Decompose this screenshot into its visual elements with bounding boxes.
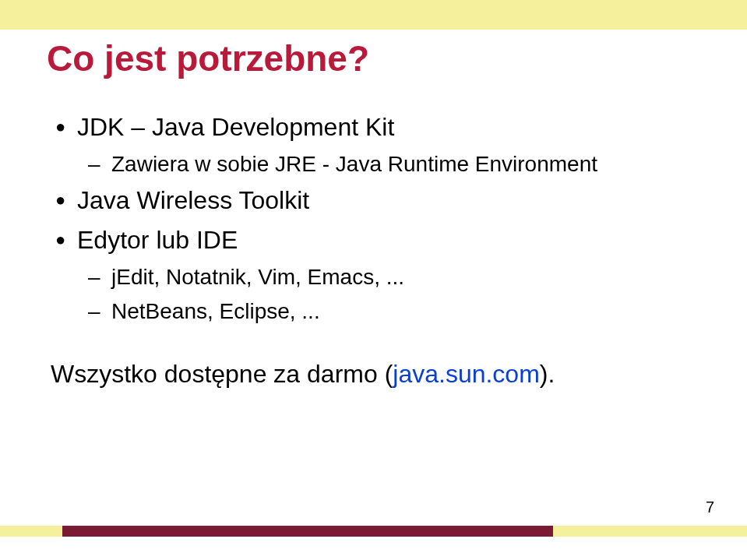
subbullet-editors: jEdit, Notatnik, Vim, Emacs, ...	[51, 261, 700, 294]
footer-sentence: Wszystko dostępne za darmo (java.sun.com…	[51, 356, 700, 392]
subbullet-ides: NetBeans, Eclipse, ...	[51, 295, 700, 328]
footer-link[interactable]: java.sun.com	[393, 360, 540, 388]
footer-prefix: Wszystko dostępne za darmo (	[51, 360, 393, 388]
bullet-editor-ide: Edytor lub IDE	[51, 222, 700, 258]
spacer	[51, 329, 700, 356]
bottom-bar-maroon	[62, 526, 553, 537]
top-band	[0, 0, 747, 30]
content-area: JDK – Java Development Kit Zawiera w sob…	[51, 109, 700, 393]
bullet-jdk: JDK – Java Development Kit	[51, 109, 700, 145]
slide: Co jest potrzebne? JDK – Java Developmen…	[0, 0, 747, 560]
bullet-wireless-toolkit: Java Wireless Toolkit	[51, 182, 700, 218]
page-number: 7	[706, 498, 714, 516]
slide-title: Co jest potrzebne?	[47, 37, 369, 79]
subbullet-jre: Zawiera w sobie JRE - Java Runtime Envir…	[51, 148, 700, 181]
bottom-bar	[0, 526, 747, 537]
footer-suffix: ).	[540, 360, 555, 388]
